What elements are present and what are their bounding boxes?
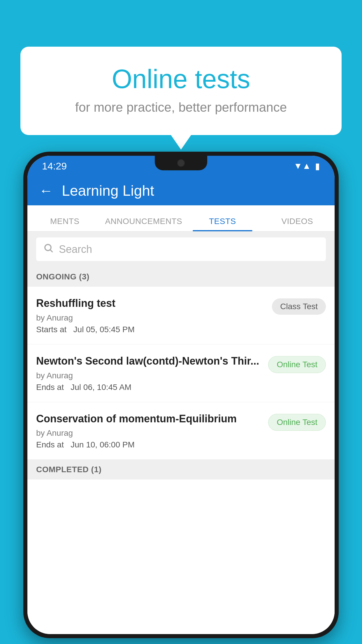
test-name-2: Newton's Second law(contd)-Newton's Thir…	[36, 354, 262, 368]
test-badge-1: Class Test	[272, 298, 326, 315]
test-info-2: Newton's Second law(contd)-Newton's Thir…	[36, 354, 262, 392]
completed-section-header: COMPLETED (1)	[27, 460, 335, 480]
test-item-1[interactable]: Reshuffling test by Anurag Starts at Jul…	[27, 287, 335, 344]
test-date-label-3: Ends at	[36, 440, 64, 449]
test-info-1: Reshuffling test by Anurag Starts at Jul…	[36, 297, 266, 334]
test-date-label-2: Ends at	[36, 383, 64, 392]
bubble-subtitle: for more practice, better performance	[44, 100, 318, 115]
test-date-value-1: Jul 05, 05:45 PM	[73, 325, 135, 334]
tab-ments[interactable]: MENTS	[27, 217, 102, 231]
test-by-1: by Anurag	[36, 313, 266, 323]
test-by-2: by Anurag	[36, 371, 262, 380]
search-bar[interactable]: Search	[36, 237, 326, 261]
test-date-value-2: Jul 06, 10:45 AM	[71, 383, 131, 392]
test-date-2: Ends at Jul 06, 10:45 AM	[36, 383, 262, 392]
test-date-1: Starts at Jul 05, 05:45 PM	[36, 325, 266, 334]
tabs-bar: MENTS ANNOUNCEMENTS TESTS VIDEOS	[27, 205, 335, 232]
svg-line-1	[50, 250, 52, 252]
back-button[interactable]: ←	[39, 184, 53, 198]
tab-videos[interactable]: VIDEOS	[260, 217, 335, 231]
test-item-3[interactable]: Conservation of momentum-Equilibrium by …	[27, 402, 335, 460]
test-info-3: Conservation of momentum-Equilibrium by …	[36, 412, 262, 450]
tests-list: Reshuffling test by Anurag Starts at Jul…	[27, 287, 335, 634]
phone-screen: 14:29 ▼▲ ▮ ← Learning Light MENTS ANNOUN…	[27, 156, 335, 634]
search-placeholder: Search	[59, 243, 92, 256]
speech-bubble: Online tests for more practice, better p…	[20, 47, 342, 135]
wifi-icon: ▼▲	[294, 161, 311, 171]
test-item-2[interactable]: Newton's Second law(contd)-Newton's Thir…	[27, 344, 335, 402]
phone-notch	[155, 156, 207, 170]
search-icon	[43, 243, 54, 256]
status-icons: ▼▲ ▮	[294, 161, 320, 171]
test-date-value-3: Jun 10, 06:00 PM	[71, 440, 134, 449]
test-date-label-1: Starts at	[36, 325, 66, 334]
test-date-3: Ends at Jun 10, 06:00 PM	[36, 440, 262, 449]
app-title: Learning Light	[62, 182, 154, 199]
phone-mockup: 14:29 ▼▲ ▮ ← Learning Light MENTS ANNOUN…	[23, 152, 339, 638]
ongoing-section-header: ONGOING (3)	[27, 267, 335, 287]
bubble-title: Online tests	[44, 64, 318, 94]
phone-body: 14:29 ▼▲ ▮ ← Learning Light MENTS ANNOUN…	[23, 152, 339, 638]
tab-tests[interactable]: TESTS	[185, 217, 260, 231]
test-name-1: Reshuffling test	[36, 297, 266, 310]
tab-announcements[interactable]: ANNOUNCEMENTS	[102, 217, 185, 231]
app-bar: ← Learning Light	[27, 176, 335, 205]
test-by-3: by Anurag	[36, 428, 262, 438]
camera	[177, 159, 185, 167]
test-badge-2: Online Test	[268, 356, 326, 373]
search-container: Search	[27, 232, 335, 267]
status-time: 14:29	[42, 160, 67, 172]
test-badge-3: Online Test	[268, 414, 326, 431]
test-name-3: Conservation of momentum-Equilibrium	[36, 412, 262, 426]
battery-icon: ▮	[315, 161, 320, 171]
